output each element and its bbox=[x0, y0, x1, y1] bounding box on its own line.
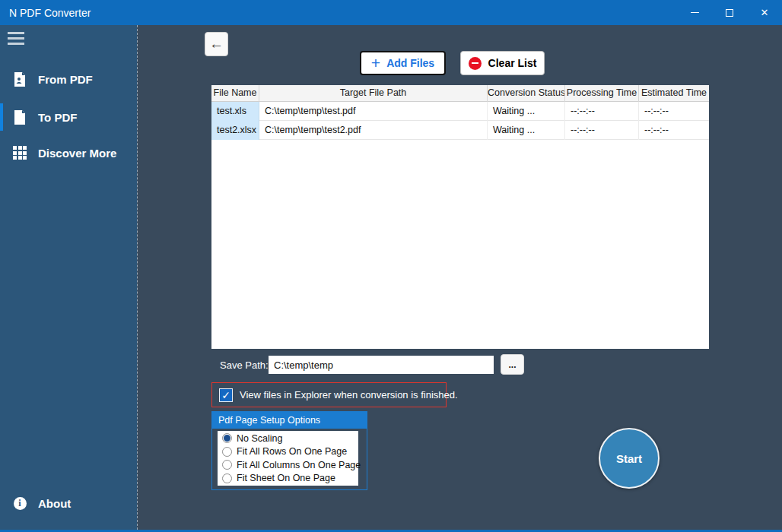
maximize-button[interactable] bbox=[712, 0, 747, 25]
sidebar-item-about[interactable]: i About bbox=[0, 489, 137, 517]
radio-option[interactable]: Fit All Columns On One Page bbox=[220, 458, 358, 472]
sidebar-item-label: About bbox=[38, 497, 71, 510]
close-icon: ✕ bbox=[761, 7, 769, 18]
window-title: N PDF Converter bbox=[0, 7, 677, 19]
grid-icon bbox=[12, 146, 27, 160]
radio-option-label: Fit All Columns On One Page bbox=[237, 460, 361, 470]
table-cell: test.xls bbox=[211, 102, 259, 121]
file-table-body: test.xlsC:\temp\temp\test.pdfWaiting ...… bbox=[211, 102, 709, 140]
radio-icon bbox=[222, 447, 232, 457]
table-cell: --:--:-- bbox=[565, 121, 639, 140]
column-header[interactable]: Target File Path bbox=[259, 85, 488, 102]
minus-icon bbox=[469, 57, 482, 70]
sidebar-item-label: From PDF bbox=[38, 73, 93, 86]
radio-option-label: Fit All Rows On One Page bbox=[237, 446, 347, 457]
save-path-input[interactable] bbox=[269, 356, 494, 374]
start-button-label: Start bbox=[616, 452, 642, 465]
pdf-page-setup-options: No ScalingFit All Rows On One PageFit Al… bbox=[218, 431, 358, 486]
maximize-icon bbox=[726, 9, 733, 17]
explorer-checkbox[interactable]: ✓ bbox=[219, 388, 233, 402]
table-cell: --:--:-- bbox=[565, 102, 639, 121]
main-content: ← + Add Files Clear List File NameTarget… bbox=[137, 25, 782, 530]
add-files-label: Add Files bbox=[386, 57, 434, 69]
clear-list-label: Clear List bbox=[488, 57, 537, 69]
sidebar-item-from-pdf[interactable]: From PDF bbox=[0, 65, 137, 93]
sidebar-item-to-pdf[interactable]: To PDF bbox=[0, 103, 137, 131]
table-cell: --:--:-- bbox=[639, 102, 709, 121]
app-body: From PDF To PDF Discover More i About ← bbox=[0, 25, 782, 530]
hamburger-icon bbox=[8, 32, 24, 34]
save-path-label: Save Path: bbox=[220, 359, 269, 371]
table-cell: Waiting ... bbox=[488, 102, 565, 121]
active-item-accent bbox=[0, 103, 3, 131]
file-table-header: File NameTarget File PathConversion Stat… bbox=[211, 85, 709, 102]
sidebar-item-label: Discover More bbox=[38, 147, 116, 160]
info-icon: i bbox=[12, 497, 27, 510]
clear-list-button[interactable]: Clear List bbox=[460, 51, 545, 75]
radio-icon bbox=[222, 473, 232, 483]
table-row[interactable]: test2.xlsxC:\temp\temp\test2.pdfWaiting … bbox=[211, 121, 709, 140]
sidebar-item-label: To PDF bbox=[38, 111, 77, 124]
table-cell: Waiting ... bbox=[488, 121, 565, 140]
close-button[interactable]: ✕ bbox=[747, 0, 782, 25]
back-arrow-icon: ← bbox=[209, 36, 224, 52]
sidebar-item-discover-more[interactable]: Discover More bbox=[0, 139, 137, 166]
back-button[interactable]: ← bbox=[205, 32, 228, 56]
radio-option-label: No Scaling bbox=[237, 433, 282, 444]
pdf-page-setup-group: Pdf Page Setup Options No ScalingFit All… bbox=[211, 411, 367, 490]
radio-icon bbox=[222, 433, 232, 443]
sidebar: From PDF To PDF Discover More i About bbox=[0, 25, 137, 530]
plus-icon: + bbox=[371, 55, 380, 71]
column-header[interactable]: File Name bbox=[211, 85, 259, 102]
radio-icon bbox=[222, 460, 232, 470]
radio-option[interactable]: Fit Sheet On One Page bbox=[220, 472, 358, 486]
minimize-icon bbox=[691, 12, 699, 14]
start-button[interactable]: Start bbox=[599, 428, 660, 489]
table-cell: --:--:-- bbox=[639, 121, 709, 140]
table-row[interactable]: test.xlsC:\temp\temp\test.pdfWaiting ...… bbox=[211, 102, 709, 121]
to-pdf-document-icon bbox=[12, 110, 27, 125]
minimize-button[interactable] bbox=[677, 0, 712, 25]
add-files-button[interactable]: + Add Files bbox=[360, 51, 446, 75]
radio-option[interactable]: No Scaling bbox=[220, 432, 358, 445]
column-header[interactable]: Estimated Time bbox=[639, 85, 709, 102]
explorer-checkbox-group: ✓ View files in Explorer when conversion… bbox=[211, 382, 447, 407]
radio-option[interactable]: Fit All Rows On One Page bbox=[220, 445, 358, 459]
ellipsis-icon: ... bbox=[508, 359, 516, 370]
from-pdf-document-icon bbox=[12, 72, 27, 87]
column-header[interactable]: Processing Time bbox=[565, 85, 639, 102]
title-bar: N PDF Converter ✕ bbox=[0, 0, 782, 25]
column-header[interactable]: Conversion Status bbox=[488, 85, 565, 102]
table-cell: test2.xlsx bbox=[211, 121, 259, 140]
browse-button[interactable]: ... bbox=[501, 354, 524, 375]
file-table: File NameTarget File PathConversion Stat… bbox=[211, 85, 709, 349]
pdf-page-setup-title: Pdf Page Setup Options bbox=[212, 412, 367, 429]
table-cell: C:\temp\temp\test2.pdf bbox=[259, 121, 488, 140]
explorer-checkbox-label: View files in Explorer when conversion i… bbox=[240, 389, 458, 401]
radio-option-label: Fit Sheet On One Page bbox=[237, 473, 335, 483]
table-cell: C:\temp\temp\test.pdf bbox=[259, 102, 488, 121]
hamburger-menu-button[interactable] bbox=[8, 32, 24, 45]
check-icon: ✓ bbox=[221, 389, 230, 401]
